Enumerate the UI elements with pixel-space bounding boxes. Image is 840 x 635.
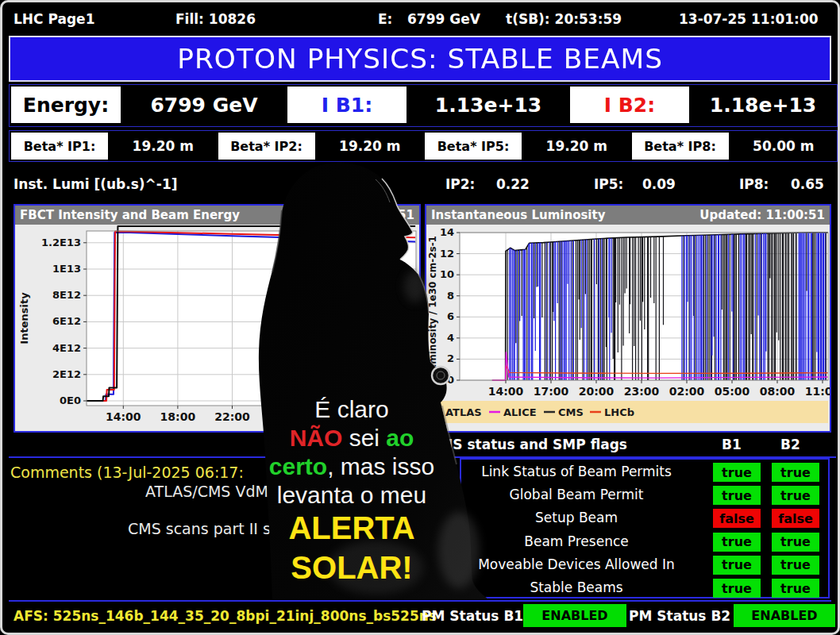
fbct-chart-updated: Updated: 11:00:51 [289,208,414,222]
smp-title: BIS status and SMP flags [437,437,627,452]
svg-text:14: 14 [440,226,454,238]
afs-scheme: AFS: 525ns_146b_144_35_20_8bpi_21inj_800… [13,608,437,624]
luminosity-chart: 1412108642014:0017:0020:0023:0002:0005:0… [426,225,830,429]
smp-flag-b1: true [713,556,761,575]
lhc-page1-screen: LHC Page1 Fill: 10826 E: 6799 GeV t(SB):… [0,0,840,635]
smp-row-label: Stable Beams [461,579,692,595]
smp-flag-b2: true [772,486,819,505]
smp-flag-b2: true [772,579,819,598]
svg-text:0E0: 0E0 [60,394,81,406]
svg-text:2: 2 [447,352,454,364]
energy-label: E: [378,11,392,27]
lumi-ip-value: 0.09 [642,176,676,192]
svg-text:05:00: 05:00 [715,385,750,398]
inst-lumi-label: Inst. Lumi [(ub.s)^-1] [13,176,178,192]
ib1-value: 1.13e+13 [408,87,568,123]
smp-row: Global Beam Permittruetrue [461,484,828,507]
fbct-chart: 1.2E131E138E126E124E122E120E014:0018:002… [15,225,419,429]
svg-text:10: 10 [440,268,454,280]
ib1-label: I B1: [287,87,407,123]
luminosity-chart-titlebar: Instantaneous Luminosity Updated: 11:00:… [426,206,830,225]
smp-row: Beam Presencetruetrue [461,531,828,554]
svg-text:GeV: GeV [403,304,414,328]
lumi-ip-value: 0.65 [791,176,824,192]
energy-row-label: Energy: [11,87,121,123]
comments-title: Comments (13-Jul-2025 06:17: [10,464,244,481]
smp-flag-b2: true [772,533,819,552]
svg-text:4: 4 [447,332,454,344]
svg-text:14:00: 14:00 [488,385,524,398]
beam-mode-banner: PROTON PHYSICS: STABLE BEAMS [9,36,831,82]
smp-row-label: Global Beam Permit [461,487,692,502]
svg-text:12: 12 [440,248,454,260]
svg-text:4E12: 4E12 [52,342,81,354]
fbct-chart-panel: FBCT Intensity and Beam Energy Updated: … [13,204,421,433]
svg-text:22:00: 22:00 [214,410,250,423]
ib2-label: I B2: [570,87,689,123]
smp-row-label: Beam Presence [461,533,692,549]
luminosity-chart-updated: Updated: 11:00:51 [699,208,825,222]
beta-label: Beta* IP1: [11,133,108,160]
pm-status-b2-label: PM Status B2 [629,608,730,624]
fill-number: Fill: 10826 [175,11,256,27]
lumi-ip-label: IP5: [594,176,623,192]
svg-text:6E12: 6E12 [52,315,81,327]
svg-text:1.2E13: 1.2E13 [41,237,81,248]
beta-label: Beta* IP2: [218,133,315,160]
svg-text:20:00: 20:00 [579,385,615,398]
bottom-bar: AFS: 525ns_146b_144_35_20_8bpi_21inj_800… [9,600,831,631]
beta-value: 19.20 m [317,131,424,161]
svg-text:ALICE: ALICE [503,406,537,418]
meme-text: SOLAR! [291,550,412,585]
svg-text:02:00: 02:00 [269,410,305,423]
svg-text:ATLAS: ATLAS [445,406,482,418]
svg-text:LHCb: LHCb [604,406,634,418]
beta-label: Beta* IP8: [632,133,729,160]
lumi-ip-label: IP2: [445,176,475,192]
beta-label: Beta* IP5: [425,133,522,160]
smp-flag-b1: true [713,533,761,552]
luminosity-chart-title: Instantaneous Luminosity [431,208,605,222]
lumi-ip-label: IP8: [739,176,769,192]
svg-text:02:00: 02:00 [669,385,705,398]
svg-text:6: 6 [447,310,454,322]
smp-row: Setup Beamfalsefalse [461,507,828,530]
svg-text:10:00: 10:00 [378,410,414,423]
smp-flag-b1: true [713,579,761,598]
smp-row-label: Link Status of Beam Permits [461,464,692,479]
smp-row: Stable Beamstruetrue [461,577,828,600]
smp-flag-b1: false [713,509,761,528]
svg-text:8: 8 [447,290,454,302]
svg-text:0: 0 [447,374,454,386]
app-title: LHC Page1 [13,11,94,27]
meme-line: SOLAR! [291,550,412,586]
pm-status-b2-value: ENABLED [734,604,835,627]
stable-beam-time: t(SB): 20:53:59 [506,11,622,27]
fbct-chart-title: FBCT Intensity and Beam Energy [20,208,240,222]
svg-text:1E13: 1E13 [52,263,81,275]
svg-text:06:00: 06:00 [323,410,359,423]
smp-flags-box: Link Status of Beam PermitstruetrueGloba… [460,458,830,598]
svg-text:Luminosity / 1e30 cm-2s-1: Luminosity / 1e30 cm-2s-1 [427,236,438,377]
smp-flag-b1: true [713,486,761,505]
luminosity-chart-panel: Instantaneous Luminosity Updated: 11:00:… [425,204,831,433]
datetime: 13-07-25 11:01:00 [679,11,819,27]
pm-status-b1-value: ENABLED [523,604,626,627]
smp-row-label: Moveable Devices Allowed In [461,556,692,572]
svg-text:2E12: 2E12 [52,368,81,380]
svg-text:Intensity: Intensity [18,292,30,344]
fbct-chart-titlebar: FBCT Intensity and Beam Energy Updated: … [15,206,419,225]
ib2-value: 1.18e+13 [691,87,835,123]
smp-row: Link Status of Beam Permitstruetrue [461,461,828,484]
smp-col-b2: B2 [780,437,800,452]
energy-value: 6799 GeV [407,11,480,27]
svg-text:14:00: 14:00 [106,410,141,423]
svg-text:23:00: 23:00 [624,385,660,398]
smp-flag-b1: true [713,463,761,482]
svg-text:08:00: 08:00 [760,385,796,398]
beam-mode-text: PROTON PHYSICS: STABLE BEAMS [177,44,663,75]
comment-line: CMS scans part II sta [2,520,411,537]
comment-line: ATLAS/CMS VdM [2,483,411,500]
beta-value: 19.20 m [110,131,217,161]
pm-status-b1-label: PM Status B1 [422,608,523,624]
